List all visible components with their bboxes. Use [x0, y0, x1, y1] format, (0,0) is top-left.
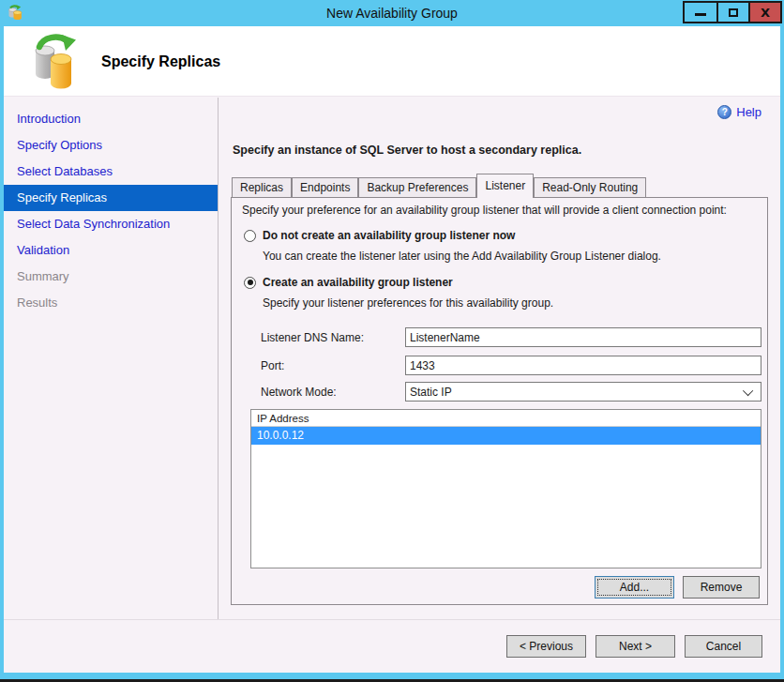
remove-button[interactable]: Remove [683, 576, 760, 599]
ip-address-list: IP Address 10.0.0.12 [250, 409, 761, 568]
port-label: Port: [261, 359, 405, 372]
main-content: ? Help Specify an instance of SQL Server… [219, 98, 780, 619]
tab-backup-preferences[interactable]: Backup Preferences [358, 177, 476, 198]
network-mode-value: Static IP [410, 386, 746, 399]
network-mode-label: Network Mode: [261, 386, 405, 399]
radio-create-description: Specify your listener preferences for th… [263, 296, 553, 310]
listener-intro-text: Specify your preference for an availabil… [242, 204, 727, 217]
help-icon: ? [717, 105, 731, 119]
port-input[interactable] [405, 356, 761, 375]
maximize-button[interactable] [716, 3, 748, 22]
next-button[interactable]: Next > [596, 635, 675, 658]
replicas-database-icon [29, 33, 78, 91]
replica-tabs: Replicas Endpoints Backup Preferences Li… [232, 174, 646, 198]
radio-create-listener[interactable]: Create an availability group listener [244, 276, 453, 289]
close-button[interactable]: X [748, 3, 780, 22]
close-icon: X [761, 6, 770, 20]
tab-listener[interactable]: Listener [476, 174, 534, 198]
wizard-header: Specify Replicas [4, 26, 780, 97]
radio-do-not-create-listener[interactable]: Do not create an availability group list… [244, 229, 515, 242]
minimize-button[interactable] [685, 3, 716, 22]
sidebar-item-results: Results [4, 290, 218, 316]
port-row: Port: [261, 356, 761, 375]
new-availability-group-window: New Availability Group X [0, 0, 784, 682]
ip-address-column-header: IP Address [251, 410, 761, 427]
tab-replicas[interactable]: Replicas [232, 177, 292, 198]
dialog-body: Specify Replicas Introduction Specify Op… [4, 26, 780, 673]
previous-button[interactable]: < Previous [506, 635, 586, 658]
page-title: Specify Replicas [101, 26, 220, 97]
cancel-button[interactable]: Cancel [685, 635, 762, 658]
sidebar-item-select-databases[interactable]: Select Databases [4, 159, 218, 185]
sidebar-item-specify-options[interactable]: Specify Options [4, 132, 218, 159]
listener-dns-name-label: Listener DNS Name: [261, 331, 405, 344]
add-button[interactable]: Add... [595, 576, 674, 599]
listener-tab-panel: Specify your preference for an availabil… [231, 197, 768, 605]
radio-checked-icon [244, 277, 256, 289]
tab-endpoints[interactable]: Endpoints [292, 177, 358, 198]
network-mode-select[interactable]: Static IP [405, 382, 761, 402]
listener-dns-name-input[interactable] [405, 327, 761, 347]
tab-read-only-routing[interactable]: Read-Only Routing [534, 177, 646, 198]
help-link[interactable]: ? Help [717, 105, 761, 119]
sidebar-item-specify-replicas[interactable]: Specify Replicas [4, 185, 218, 211]
ip-address-row[interactable]: 10.0.0.12 [251, 427, 761, 445]
window-title: New Availability Group [0, 0, 784, 26]
network-mode-row: Network Mode: Static IP [261, 382, 761, 402]
instruction-text: Specify an instance of SQL Server to hos… [233, 144, 581, 157]
radio-do-not-create-description: You can create the listener later using … [263, 250, 661, 263]
sidebar-item-introduction[interactable]: Introduction [4, 106, 218, 132]
sidebar-item-select-data-synchronization[interactable]: Select Data Synchronization [4, 211, 218, 237]
titlebar: New Availability Group X [0, 0, 784, 26]
wizard-steps-sidebar: Introduction Specify Options Select Data… [4, 98, 219, 619]
minimize-icon [695, 13, 706, 16]
window-controls: X [683, 1, 782, 23]
radio-unchecked-icon [244, 230, 256, 242]
dns-name-row: Listener DNS Name: [261, 327, 761, 347]
sidebar-item-summary: Summary [4, 264, 218, 290]
sidebar-item-validation[interactable]: Validation [4, 237, 218, 264]
maximize-icon [729, 8, 738, 17]
help-label: Help [736, 105, 761, 119]
wizard-footer: < Previous Next > Cancel [4, 619, 780, 673]
